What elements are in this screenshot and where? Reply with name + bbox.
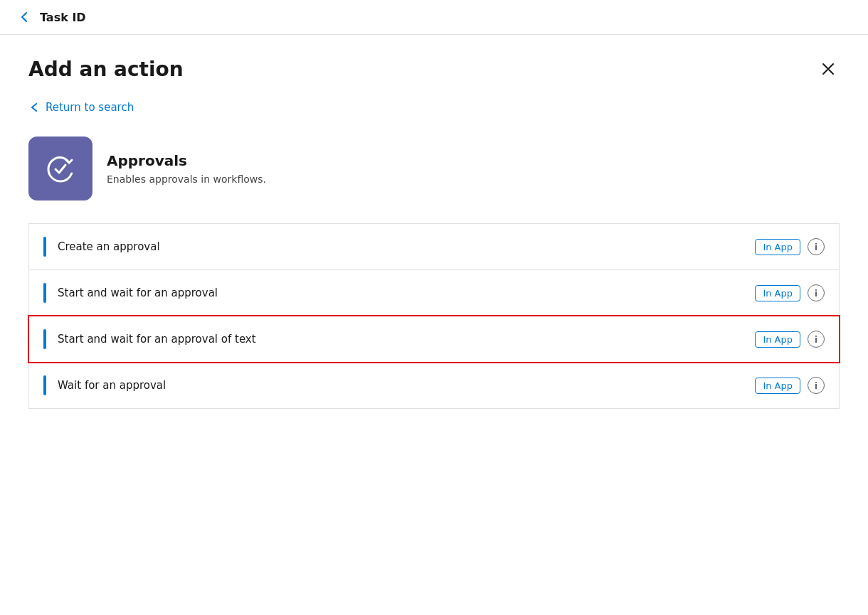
- in-app-badge: In App: [755, 378, 800, 394]
- connector-description: Enables approvals in workflows.: [107, 173, 266, 185]
- accent-bar: [43, 237, 46, 257]
- header: Task ID: [0, 0, 868, 35]
- header-title: Task ID: [40, 11, 86, 24]
- action-item-left: Start and wait for an approval: [43, 283, 218, 303]
- accent-bar: [43, 375, 46, 395]
- action-item[interactable]: Wait for an approval In App i: [28, 362, 840, 409]
- connector-name: Approvals: [107, 152, 266, 169]
- header-back-icon[interactable]: [17, 10, 31, 24]
- info-icon[interactable]: i: [808, 238, 825, 255]
- action-item-right: In App i: [755, 284, 825, 301]
- panel-title: Add an action: [28, 58, 184, 81]
- in-app-badge: In App: [755, 239, 800, 255]
- action-label: Wait for an approval: [58, 379, 166, 392]
- action-label: Start and wait for an approval of text: [58, 333, 256, 346]
- action-item-right: In App i: [755, 238, 825, 255]
- accent-bar: [43, 329, 46, 349]
- in-app-badge: In App: [755, 285, 800, 301]
- info-icon[interactable]: i: [808, 331, 825, 348]
- info-icon[interactable]: i: [808, 377, 825, 394]
- action-label: Start and wait for an approval: [58, 287, 218, 299]
- info-icon[interactable]: i: [808, 284, 825, 301]
- action-item[interactable]: Create an approval In App i: [28, 223, 840, 270]
- action-list: Create an approval In App i Start and wa…: [28, 223, 840, 408]
- return-to-search-link[interactable]: Return to search: [28, 101, 134, 114]
- connector-text: Approvals Enables approvals in workflows…: [107, 152, 266, 185]
- action-item[interactable]: Start and wait for an approval In App i: [28, 269, 840, 316]
- action-item-right: In App i: [755, 331, 825, 348]
- action-item-left: Start and wait for an approval of text: [43, 329, 256, 349]
- action-item-left: Create an approval: [43, 237, 160, 257]
- panel: Add an action Return to search: [0, 35, 868, 431]
- panel-header: Add an action: [28, 58, 840, 81]
- close-button[interactable]: [817, 58, 840, 80]
- in-app-badge: In App: [755, 331, 800, 348]
- return-link-label: Return to search: [46, 101, 134, 114]
- accent-bar: [43, 283, 46, 303]
- action-item-left: Wait for an approval: [43, 375, 166, 395]
- action-label: Create an approval: [58, 240, 160, 253]
- action-item-right: In App i: [755, 377, 825, 394]
- connector-icon: [28, 137, 92, 200]
- action-item[interactable]: Start and wait for an approval of text I…: [28, 316, 840, 363]
- connector-info: Approvals Enables approvals in workflows…: [28, 137, 840, 200]
